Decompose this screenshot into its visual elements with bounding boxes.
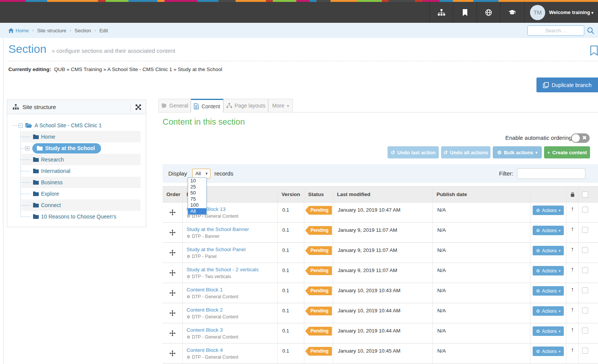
content-type-label: DTP - Two verticals (192, 274, 231, 279)
table-row: Content Block 1 ⚙DTP - General Content 0… (163, 283, 598, 303)
move-up-button[interactable]: ↑ (566, 303, 579, 323)
undo-all-actions-button[interactable]: ↺ Undo all actions (441, 146, 490, 158)
last-modified-cell: January 10, 2019 10:47 AM (333, 203, 433, 222)
search-icon[interactable] (587, 27, 594, 34)
top-bar-icons (429, 2, 524, 23)
expand-panel-icon[interactable] (135, 104, 141, 110)
move-up-button[interactable]: ↑ (566, 203, 579, 222)
auto-ordering-toggle[interactable]: ✖ (571, 133, 590, 143)
row-actions-button[interactable]: ⚙Actions▾ (533, 206, 564, 215)
row-stripe (22, 199, 141, 211)
move-up-button[interactable]: ↑ (566, 283, 579, 303)
tree-item-root[interactable]: A School Site - CMS Clinic 1 (35, 122, 102, 128)
bookmark-page-icon[interactable] (590, 46, 598, 56)
drag-handle[interactable] (163, 283, 183, 303)
tree-item-study-at-the-school[interactable]: + Study at the School (7, 142, 146, 154)
page-size-option-50[interactable]: 50 (188, 190, 206, 196)
content-item-link[interactable]: Content Block 2 (187, 307, 275, 313)
content-type-label: DTP - Banner (192, 234, 220, 239)
tab-general[interactable]: General (158, 99, 191, 112)
page-size-value: All (195, 171, 201, 176)
page-size-option-100[interactable]: 100 (188, 202, 206, 208)
drag-handle[interactable] (163, 323, 183, 343)
bulk-actions-button[interactable]: ⚙ Bulk actions ▾ (493, 146, 542, 158)
page-size-option-all[interactable]: All (188, 208, 206, 214)
move-up-button[interactable]: ↑ (566, 323, 579, 343)
row-checkbox[interactable] (582, 207, 588, 213)
tab-page-layouts[interactable]: Page layouts (223, 99, 268, 112)
site-structure-nav-button[interactable] (429, 2, 453, 23)
row-checkbox[interactable] (582, 328, 588, 334)
row-checkbox[interactable] (582, 348, 588, 354)
content-item-link[interactable]: Study at the School Banner (187, 226, 275, 232)
tree-guide (21, 205, 31, 206)
tab-more[interactable]: More ▾ (268, 99, 293, 112)
content-item-link[interactable]: Study at the School - 2 verticals (187, 267, 275, 272)
page-size-option-10[interactable]: 10 (188, 178, 206, 184)
content-item-link[interactable]: Content Block 4 (187, 347, 275, 353)
drag-handle[interactable] (163, 343, 183, 363)
tree-item-international[interactable]: International (7, 165, 146, 177)
row-checkbox[interactable] (582, 267, 588, 273)
user-menu[interactable]: TM Welcome training ▾ (524, 2, 598, 23)
content-item-link[interactable]: Content Block 3 (187, 327, 275, 333)
training-nav-button[interactable] (500, 2, 524, 23)
row-actions-button[interactable]: ⚙Actions▾ (533, 226, 564, 235)
selected-section-pill[interactable]: Study at the School (32, 143, 101, 154)
bookmarks-nav-button[interactable] (453, 2, 476, 23)
select-all-checkbox[interactable] (582, 191, 588, 198)
tree-item-10-reasons[interactable]: 10 Reasons to Choose Queen's (7, 211, 146, 222)
create-content-button[interactable]: + Create content (544, 146, 590, 158)
page-size-select[interactable]: All ▼ (192, 169, 210, 179)
move-up-button[interactable]: ↑ (566, 223, 579, 242)
filter-input[interactable] (517, 168, 585, 179)
page-size-option-75[interactable]: 75 (188, 196, 206, 202)
col-publish-date: Publish date (433, 187, 530, 202)
content-item-link[interactable]: Content Block 1 (187, 287, 275, 293)
search-input[interactable] (527, 25, 584, 36)
row-actions-button[interactable]: ⚙Actions▾ (533, 286, 564, 296)
row-checkbox[interactable] (582, 307, 588, 313)
drag-handle[interactable] (163, 223, 183, 242)
undo-last-action-button[interactable]: ↺ Undo last action (388, 146, 439, 158)
breadcrumb-section[interactable]: Section (74, 28, 91, 33)
content-type-label: DTP - General Content (192, 355, 239, 360)
publish-date-cell: N/A (433, 203, 530, 222)
drag-handle[interactable] (163, 243, 183, 263)
content-item-link[interactable]: Study at the School Panel (187, 247, 275, 252)
drag-handle[interactable] (163, 203, 183, 222)
chevron-down-icon: ▾ (559, 269, 561, 273)
page-header: Section » configure sections and their a… (8, 43, 175, 55)
tree-item-home[interactable]: Home (7, 131, 146, 142)
version-cell: 0.1 (278, 323, 304, 343)
page-left-guide (3, 38, 3, 364)
drag-handle[interactable] (163, 263, 183, 283)
row-checkbox[interactable] (582, 287, 588, 293)
breadcrumb-site-structure[interactable]: Site structure (37, 28, 66, 33)
duplicate-branch-button[interactable]: Duplicate branch (536, 78, 598, 92)
content-type-icon: ⚙ (187, 315, 190, 320)
row-actions-button[interactable]: ⚙Actions▾ (533, 326, 564, 336)
web-nav-button[interactable] (476, 2, 500, 23)
gears-icon: ⚙ (497, 150, 502, 155)
tab-content[interactable]: Content (191, 99, 223, 113)
expand-icon[interactable]: + (25, 146, 29, 150)
tree-item-explore[interactable]: Explore (7, 188, 146, 199)
move-up-button[interactable]: ↑ (566, 263, 579, 283)
collapse-icon[interactable]: − (19, 123, 23, 128)
tree-item-research[interactable]: Research (7, 154, 146, 165)
drag-handle[interactable] (163, 303, 183, 323)
breadcrumb-home-link[interactable]: Home (8, 28, 29, 33)
move-up-button[interactable]: ↑ (566, 343, 579, 363)
row-checkbox[interactable] (582, 247, 588, 253)
row-actions-button[interactable]: ⚙Actions▾ (533, 347, 564, 356)
row-actions-button[interactable]: ⚙Actions▾ (533, 306, 564, 316)
row-checkbox[interactable] (582, 227, 588, 233)
row-actions-button[interactable]: ⚙Actions▾ (533, 246, 564, 255)
tree-item-connect[interactable]: Connect (7, 199, 146, 211)
tree-item-business[interactable]: Business (7, 177, 146, 188)
site-tree: − A School Site - CMS Clinic 1 Home + (7, 114, 146, 227)
page-size-option-25[interactable]: 25 (188, 184, 206, 190)
row-actions-button[interactable]: ⚙Actions▾ (533, 266, 564, 275)
move-up-button[interactable]: ↑ (566, 243, 579, 263)
